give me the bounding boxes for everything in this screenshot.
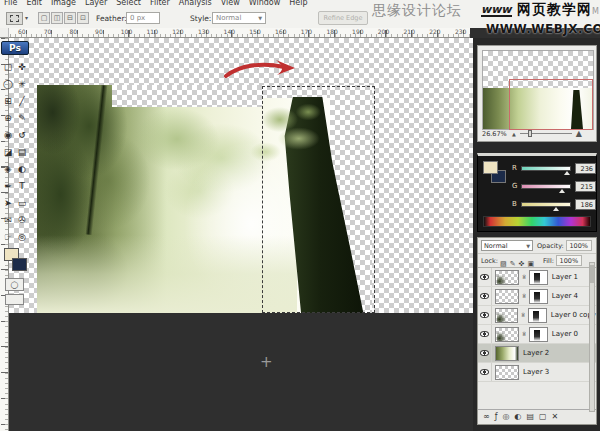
channel-value[interactable]: 186 xyxy=(575,199,596,210)
menu-filter[interactable]: Filter xyxy=(150,0,170,8)
zoom-percentage[interactable]: 26.67% xyxy=(482,130,512,138)
adjustment-layer-icon[interactable]: ◐ xyxy=(514,410,521,424)
visibility-cell[interactable] xyxy=(478,325,492,343)
pen-tool[interactable]: ✒ xyxy=(1,177,15,194)
layer-name[interactable]: Layer 1 xyxy=(552,273,578,281)
magic-wand-tool[interactable]: ✳ xyxy=(15,75,29,92)
layer-name[interactable]: Layer 3 xyxy=(523,368,549,376)
eye-icon[interactable] xyxy=(480,369,489,375)
navigator-viewbox[interactable] xyxy=(509,79,593,130)
layer-mask-thumbnail[interactable] xyxy=(529,270,548,285)
background-color-swatch[interactable] xyxy=(12,258,27,271)
opacity-input[interactable]: 100% xyxy=(566,240,592,251)
rectangular-marquee-tool[interactable]: ▢ xyxy=(1,58,15,75)
eye-icon[interactable] xyxy=(480,350,489,356)
healing-brush-tool[interactable]: ⊕ xyxy=(1,109,15,126)
lock-pixels-icon[interactable]: ✎ xyxy=(510,260,516,268)
slider-thumb-icon[interactable] xyxy=(564,171,570,175)
layers-scrollbar[interactable] xyxy=(589,262,595,412)
visibility-cell[interactable] xyxy=(478,363,492,381)
zoom-slider[interactable] xyxy=(520,133,572,134)
lock-all-icon[interactable]: ▣ xyxy=(527,260,534,268)
layer-name[interactable]: Layer 0 xyxy=(552,330,578,338)
color-panel-foreground-swatch[interactable] xyxy=(483,161,498,174)
dodge-tool[interactable]: ◐ xyxy=(15,160,29,177)
notes-tool[interactable]: ✉ xyxy=(1,211,15,228)
add-selection-button[interactable]: ◫ xyxy=(51,12,63,24)
color-spectrum-ramp[interactable] xyxy=(483,216,591,227)
zoom-tool[interactable]: ◎ xyxy=(15,228,29,245)
lock-position-icon[interactable]: ✜ xyxy=(519,260,525,268)
new-selection-button[interactable]: ▢ xyxy=(38,12,50,24)
gradient-tool[interactable]: ▤ xyxy=(15,143,29,160)
menu-help[interactable]: Help xyxy=(289,0,307,8)
layer-thumbnail[interactable] xyxy=(495,308,519,323)
new-layer-icon[interactable]: ▢ xyxy=(539,410,547,424)
scrollbar-thumb[interactable] xyxy=(590,265,594,283)
intersect-selection-button[interactable]: ⊡ xyxy=(77,12,89,24)
layer-row[interactable]: ∞Layer 0 xyxy=(478,325,596,344)
layer-row[interactable]: ∞Layer 1 xyxy=(478,268,596,287)
brush-tool[interactable]: ✎ xyxy=(15,109,29,126)
menu-layer[interactable]: Layer xyxy=(85,0,107,8)
screen-mode-button[interactable] xyxy=(5,294,24,305)
layer-thumbnail[interactable] xyxy=(495,346,519,361)
visibility-cell[interactable] xyxy=(478,344,492,362)
move-tool[interactable]: ✜ xyxy=(15,58,29,75)
channel-slider[interactable] xyxy=(521,202,571,207)
layer-row[interactable]: Layer 3 xyxy=(478,363,596,382)
lasso-tool[interactable]: ◯ xyxy=(1,75,15,92)
layer-thumbnail[interactable] xyxy=(495,365,519,380)
blur-tool[interactable]: ◈ xyxy=(1,160,15,177)
new-group-icon[interactable]: ▤ xyxy=(526,410,534,424)
visibility-cell[interactable] xyxy=(478,268,492,286)
eye-icon[interactable] xyxy=(480,312,489,318)
eyedropper-tool[interactable]: ✇ xyxy=(15,211,29,228)
menu-select[interactable]: Select xyxy=(116,0,141,8)
hand-tool[interactable]: ☞ xyxy=(1,228,15,245)
fill-input[interactable]: 100% xyxy=(556,255,582,266)
channel-value[interactable]: 236 xyxy=(575,163,596,174)
shape-tool[interactable]: ▭ xyxy=(15,194,29,211)
slider-thumb-icon[interactable] xyxy=(553,207,559,211)
refine-edge-button[interactable]: Refine Edge xyxy=(318,11,368,25)
marquee-tool-preset[interactable] xyxy=(6,12,23,25)
crop-tool[interactable]: ⊞ xyxy=(1,92,15,109)
add-layer-mask-icon[interactable]: ◎ xyxy=(503,410,510,424)
layer-row[interactable]: ∞Layer 0 copy xyxy=(478,306,596,325)
quick-mask-button[interactable]: ◯ xyxy=(5,278,24,291)
slice-tool[interactable]: ╱ xyxy=(15,92,29,109)
layer-mask-thumbnail[interactable] xyxy=(529,289,548,304)
feather-input[interactable]: 0 px xyxy=(126,12,160,24)
layer-row[interactable]: ∞Layer 4 xyxy=(478,287,596,306)
clone-stamp-tool[interactable]: ◉ xyxy=(1,126,15,143)
visibility-cell[interactable] xyxy=(478,287,492,305)
layer-name[interactable]: Layer 4 xyxy=(552,292,578,300)
channel-slider[interactable] xyxy=(521,166,571,171)
history-brush-tool[interactable]: ↺ xyxy=(15,126,29,143)
menu-image[interactable]: Image xyxy=(51,0,76,8)
eye-icon[interactable] xyxy=(480,331,489,337)
lock-transparency-icon[interactable]: ▨ xyxy=(500,260,507,268)
blend-mode-select[interactable]: Normal ▼ xyxy=(481,240,533,251)
preset-caret-icon[interactable]: ▾ xyxy=(25,14,28,21)
style-select[interactable]: Normal▼ xyxy=(212,12,266,24)
layer-thumbnail[interactable] xyxy=(495,289,519,304)
channel-value[interactable]: 215 xyxy=(575,181,596,192)
menu-analysis[interactable]: Analysis xyxy=(179,0,212,8)
navigator-thumbnail[interactable] xyxy=(482,50,594,130)
visibility-cell[interactable] xyxy=(478,306,492,324)
slider-thumb-icon[interactable] xyxy=(559,189,565,193)
type-tool[interactable]: T xyxy=(15,177,29,194)
marquee-selection[interactable] xyxy=(262,86,375,313)
channel-slider[interactable] xyxy=(521,184,571,189)
subtract-selection-button[interactable]: ⊟ xyxy=(64,12,76,24)
menu-window[interactable]: Window xyxy=(249,0,281,8)
eraser-tool[interactable]: ◪ xyxy=(1,143,15,160)
zoom-in-icon[interactable]: ▲ xyxy=(576,129,582,138)
path-selection-tool[interactable]: ➤ xyxy=(1,194,15,211)
layer-style-icon[interactable]: ƒ xyxy=(495,410,498,424)
layer-row[interactable]: Layer 2 xyxy=(478,344,596,363)
zoom-out-icon[interactable]: ▲ xyxy=(512,131,516,137)
layer-mask-thumbnail[interactable] xyxy=(528,308,547,323)
